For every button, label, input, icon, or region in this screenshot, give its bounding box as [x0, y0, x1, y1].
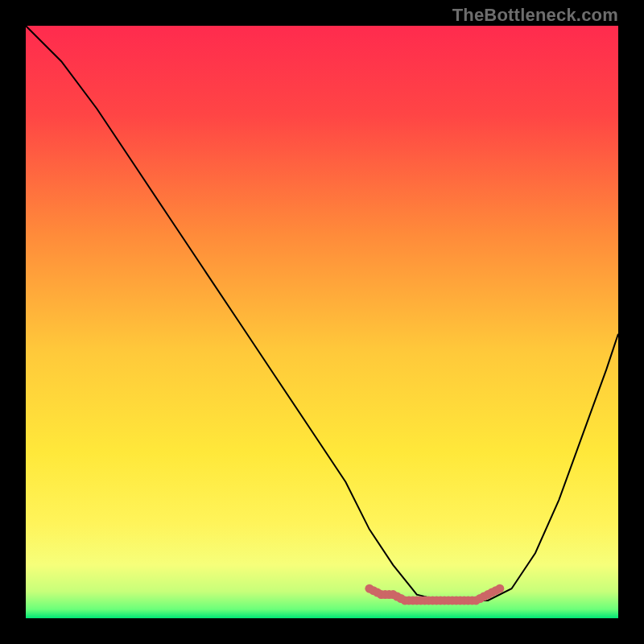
- curve-layer: [26, 26, 618, 618]
- chart-frame: TheBottleneck.com: [0, 0, 644, 644]
- bottleneck-curve: [26, 26, 618, 601]
- watermark-text: TheBottleneck.com: [452, 5, 618, 26]
- plot-area: [26, 26, 618, 618]
- dots-highlight: [365, 584, 504, 605]
- highlight-dot: [495, 584, 504, 593]
